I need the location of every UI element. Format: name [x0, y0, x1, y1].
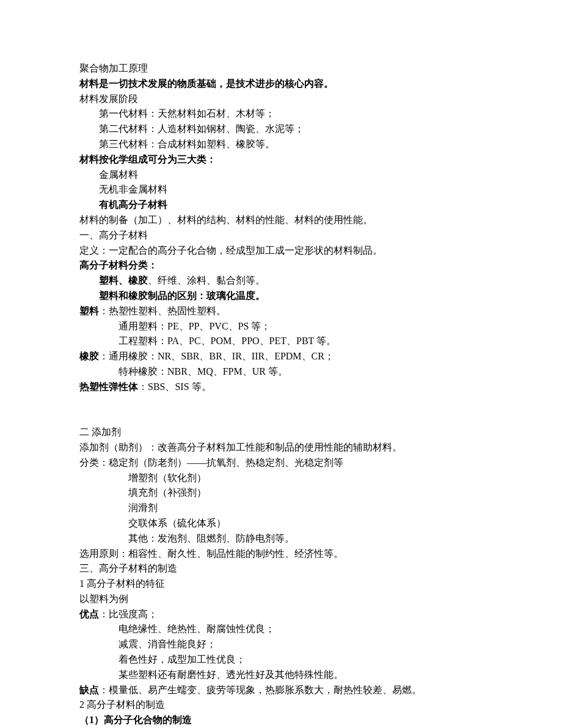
plastic-sub-1: 通用塑料：PE、PP、PVC、PS 等； [79, 319, 483, 334]
rubber-sub-1: 特种橡胶：NBR、MQ、FPM、UR 等。 [79, 364, 483, 380]
section-3-1: 1 高分子材料的特征 [79, 576, 483, 592]
advantage-item-4: 某些塑料还有耐磨性好、透光性好及其他特殊性能。 [79, 667, 483, 683]
additive-item-5: 其他：发泡剂、阻燃剂、防静电剂等。 [79, 531, 483, 546]
advantages-label: 优点 [79, 609, 99, 619]
additive-class-label: 分类：稳定剂（防老剂）——抗氧剂、热稳定剂、光稳定剂等 [79, 455, 483, 471]
rubber-line: 橡胶：通用橡胶：NR、SBR、BR、IR、IIR、EPDM、CR； [79, 349, 483, 364]
plastic-rest: ：热塑性塑料、热固性塑料。 [99, 306, 226, 316]
section-3-title: 三、高分子材料的制造 [79, 561, 483, 576]
dev-stage-1: 第一代材料：天然材料如石材、木材等； [79, 106, 483, 122]
classification-line-1: 塑料、橡胶、纤维、涂料、黏合剂等。 [79, 273, 483, 289]
section-3-2: 2 高分子材料的制造 [79, 697, 483, 713]
advantages-line: 优点：比强度高； [79, 607, 483, 622]
dev-stage-label: 材料发展阶段 [79, 92, 483, 107]
elastomer-line: 热塑性弹性体：SBS、SIS 等。 [79, 380, 483, 395]
additive-item-4: 交联体系（硫化体系） [79, 516, 483, 531]
category-2: 无机非金属材料 [79, 182, 483, 197]
classification-line-2: 塑料和橡胶制品的区别：玻璃化温度。 [79, 289, 483, 304]
rubber-rest: ：通用橡胶：NR、SBR、BR、IR、IIR、EPDM、CR； [99, 351, 334, 361]
advantage-item-1: 电绝缘性、绝热性、耐腐蚀性优良； [79, 622, 483, 637]
section-1-title: 一、高分子材料 [79, 228, 483, 243]
category-heading: 材料按化学组成可分为三大类： [79, 152, 483, 167]
section-3-2-1: （1）高分子化合物的制造 [79, 713, 483, 728]
plastic-label: 塑料 [79, 306, 99, 316]
classification-label: 高分子材料分类： [79, 258, 483, 273]
plastic-sub-2: 工程塑料：PA、PC、POM、PPO、PET、PBT 等。 [79, 334, 483, 349]
category-3: 有机高分子材料 [79, 197, 483, 213]
dev-stage-2: 第二代材料：人造材料如钢材、陶瓷、水泥等； [79, 122, 483, 137]
disadvantages-label: 缺点 [79, 685, 99, 695]
title: 聚合物加工原理 [79, 61, 483, 76]
category-1: 金属材料 [79, 167, 483, 183]
rubber-label: 橡胶 [79, 351, 99, 361]
section-1-def: 定义：一定配合的高分子化合物，经成型加工成一定形状的材料制品。 [79, 243, 483, 259]
additive-item-3: 润滑剂 [79, 501, 483, 516]
advantages-first: ：比强度高； [99, 609, 158, 619]
advantage-item-2: 减震、消音性能良好； [79, 637, 483, 652]
section-2-title: 二 添加剂 [79, 425, 483, 440]
dev-stage-3: 第三代材料：合成材料如塑料、橡胶等。 [79, 137, 483, 152]
disadvantages-rest: ：模量低、易产生蠕变、疲劳等现象，热膨胀系数大，耐热性较差、易燃。 [99, 685, 422, 695]
section-2-def: 添加剂（助剂）：改善高分子材料加工性能和制品的使用性能的辅助材料。 [79, 440, 483, 455]
plastic-line: 塑料：热塑性塑料、热固性塑料。 [79, 304, 483, 319]
additive-item-2: 填充剂（补强剂） [79, 485, 483, 501]
heading-1: 材料是一切技术发展的物质基础，是技术进步的核心内容。 [79, 76, 483, 92]
classification-bold: 塑料、橡胶 [99, 275, 148, 285]
elastomer-rest: ：SBS、SIS 等。 [138, 381, 211, 392]
classification-rest: 、纤维、涂料、黏合剂等。 [148, 275, 265, 285]
section-gap [79, 395, 483, 410]
section-gap [79, 410, 483, 425]
disadvantages-line: 缺点：模量低、易产生蠕变、疲劳等现象，热膨胀系数大，耐热性较差、易燃。 [79, 683, 483, 698]
additive-item-1: 增塑剂（软化剂） [79, 471, 483, 486]
aspects-line: 材料的制备（加工）、材料的结构、材料的性能、材料的使用性能。 [79, 213, 483, 228]
elastomer-label: 热塑性弹性体 [79, 381, 138, 392]
section-3-1-note: 以塑料为例 [79, 592, 483, 607]
advantage-item-3: 着色性好，成型加工性优良； [79, 652, 483, 667]
selection-rule: 选用原则：相容性、耐久性、制品性能的制约性、经济性等。 [79, 546, 483, 562]
